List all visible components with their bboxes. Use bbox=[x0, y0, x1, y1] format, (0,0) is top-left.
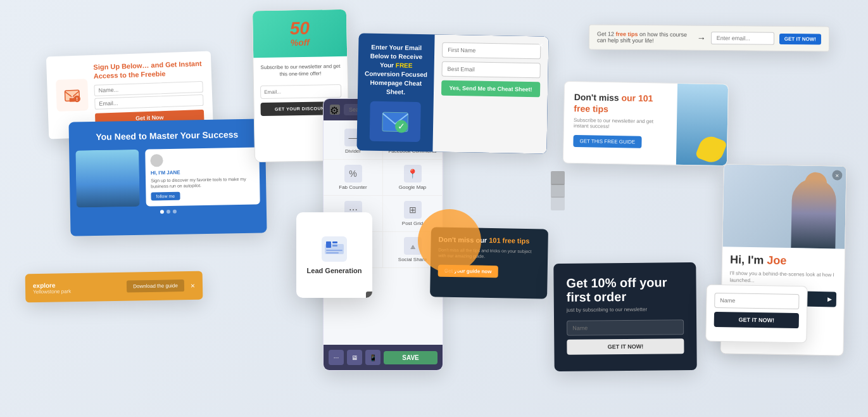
tips-free-left: Don't miss our 101 free tips Subscribe t… bbox=[563, 82, 677, 165]
signup-icon-area: ! bbox=[56, 79, 89, 112]
svg-rect-6 bbox=[332, 241, 337, 243]
post-grid-icon: ⊞ bbox=[404, 201, 422, 219]
joe-text: I'll show you a behind-the-scenes look a… bbox=[729, 270, 836, 286]
tips-free-subtext: Subscribe to our newsletter and get inst… bbox=[574, 117, 667, 131]
carousel-dot-1[interactable] bbox=[160, 210, 164, 214]
name-input[interactable] bbox=[94, 81, 203, 96]
cheatsheet-firstname-input[interactable] bbox=[442, 42, 541, 60]
cheatsheet-card: × Enter Your Email Below to Receive Your… bbox=[356, 33, 548, 153]
profile-text: Sign up to discover my favorite tools to… bbox=[151, 176, 255, 189]
discount-percent: 50 bbox=[262, 19, 337, 38]
cheatsheet-image: ✓ bbox=[370, 101, 421, 142]
tenoff-subtitle: just by subscribing to our newsletter bbox=[567, 306, 684, 313]
svg-rect-8 bbox=[326, 250, 343, 251]
getit-button[interactable]: GET IT NOW! bbox=[714, 312, 799, 328]
yellowstone-text: explore Yellowstone park bbox=[33, 280, 121, 294]
hero-card: You Need to Master Your Success HI, I'M … bbox=[68, 119, 267, 236]
tips-free-heading: Don't miss our 101 free tips bbox=[574, 91, 668, 116]
discount-email-input[interactable] bbox=[260, 84, 341, 98]
cheatsheet-right: Yes, Send Me the Cheat Sheet! bbox=[432, 34, 548, 153]
download-guide-button[interactable]: Download the guide bbox=[127, 279, 184, 293]
cheatsheet-submit-button[interactable]: Yes, Send Me the Cheat Sheet! bbox=[441, 80, 540, 98]
hero-heading: You Need to Master Your Success bbox=[68, 119, 265, 150]
leadgen-card: Lead Generation ⤢ bbox=[296, 212, 372, 298]
mini-square-3 bbox=[551, 196, 565, 210]
coursetips-email-input[interactable] bbox=[711, 32, 774, 45]
discount-off-label: %off bbox=[263, 37, 337, 48]
editor-save-button[interactable]: SAVE bbox=[384, 351, 437, 364]
cheatsheet-left: Enter Your Email Below to Receive Your F… bbox=[356, 33, 434, 151]
svg-rect-7 bbox=[332, 245, 337, 247]
editor-footer: ··· 🖥 📱 SAVE bbox=[324, 345, 443, 370]
coursetips-button[interactable]: GET IT NOW! bbox=[779, 33, 821, 44]
getit-card: GET IT NOW! bbox=[705, 285, 808, 343]
counter-label: Fab Counter bbox=[339, 184, 367, 190]
editor-more-button[interactable]: ··· bbox=[329, 350, 344, 365]
tenoff-name-input[interactable] bbox=[567, 319, 684, 336]
profile-avatar bbox=[150, 154, 163, 167]
coursetips-card: Get 12 free tips on how this course can … bbox=[589, 24, 829, 51]
tenoff-title: Get 10% off your first order bbox=[566, 275, 683, 304]
mini-square-1 bbox=[551, 171, 565, 185]
profile-name: HI, I'M JANE bbox=[151, 168, 255, 176]
cheatsheet-title: Enter Your Email Below to Receive Your F… bbox=[364, 43, 428, 98]
counter-icon: % bbox=[344, 165, 362, 183]
joe-image bbox=[722, 164, 846, 248]
yellowstone-close-icon[interactable]: × bbox=[191, 281, 195, 290]
carousel-dot-2[interactable] bbox=[167, 210, 170, 214]
lemon-decoration bbox=[695, 133, 727, 165]
tips-free-image bbox=[676, 84, 728, 165]
google-map-icon: 📍 bbox=[404, 165, 422, 183]
discount-text: Subscribe to our newsletter and get this… bbox=[260, 63, 341, 79]
editor-item-google-map[interactable]: 📍 Google Map bbox=[383, 160, 443, 196]
tips-free-card: Don't miss our 101 free tips Subscribe t… bbox=[563, 81, 729, 167]
leadgen-move-handle[interactable]: ⤢ bbox=[366, 292, 372, 298]
editor-item-counter[interactable]: % Fab Counter bbox=[324, 160, 383, 196]
cheatsheet-email-input[interactable] bbox=[441, 61, 540, 79]
svg-text:!: ! bbox=[76, 96, 78, 102]
google-map-label: Google Map bbox=[399, 184, 427, 190]
tenoff-button[interactable]: GET IT NOW! bbox=[567, 338, 684, 355]
svg-rect-5 bbox=[326, 241, 331, 248]
coursetips-text: Get 12 free tips on how this course can … bbox=[597, 30, 692, 44]
tips-free-button[interactable]: GET THIS FREE GUIDE bbox=[573, 135, 641, 148]
yellowstone-park: Yellowstone park bbox=[33, 287, 120, 294]
hero-profile: HI, I'M JANE Sign up to discover my favo… bbox=[145, 147, 260, 206]
cheatsheet-close-icon[interactable]: × bbox=[538, 40, 543, 50]
discount-header: 50 %off bbox=[253, 10, 347, 58]
tenoff-card: Get 10% off your first order just by sub… bbox=[553, 262, 696, 371]
post-grid-label: Post Grid bbox=[402, 221, 423, 226]
joe-body bbox=[791, 178, 836, 248]
orange-circle-decoration bbox=[418, 209, 481, 273]
joe-title: Hi, I'm Joe bbox=[730, 253, 837, 269]
signup-text: Sign Up Below… and Get Instant Access to… bbox=[93, 59, 204, 126]
mini-square-2 bbox=[551, 184, 565, 198]
leadgen-label: Lead Generation bbox=[307, 267, 362, 274]
coursetips-arrow-icon: → bbox=[697, 33, 706, 43]
follow-button[interactable]: follow me bbox=[151, 191, 180, 200]
getit-name-input[interactable] bbox=[714, 293, 799, 309]
yellowstone-card: explore Yellowstone park Download the gu… bbox=[25, 271, 203, 303]
editor-mobile-button[interactable]: 📱 bbox=[365, 350, 381, 365]
email-input[interactable] bbox=[94, 94, 204, 110]
editor-preview-button[interactable]: 🖥 bbox=[347, 350, 362, 365]
hero-image bbox=[75, 149, 140, 207]
leadgen-icon bbox=[322, 236, 347, 262]
svg-text:✓: ✓ bbox=[398, 121, 405, 131]
carousel-dot-3[interactable] bbox=[173, 209, 177, 213]
editor-settings-icon: ⚙ bbox=[330, 105, 340, 115]
scene: ! Sign Up Below… and Get Instant Access … bbox=[0, 0, 868, 417]
signup-heading: Sign Up Below… and Get Instant Access to… bbox=[93, 59, 203, 81]
svg-rect-9 bbox=[326, 252, 339, 253]
